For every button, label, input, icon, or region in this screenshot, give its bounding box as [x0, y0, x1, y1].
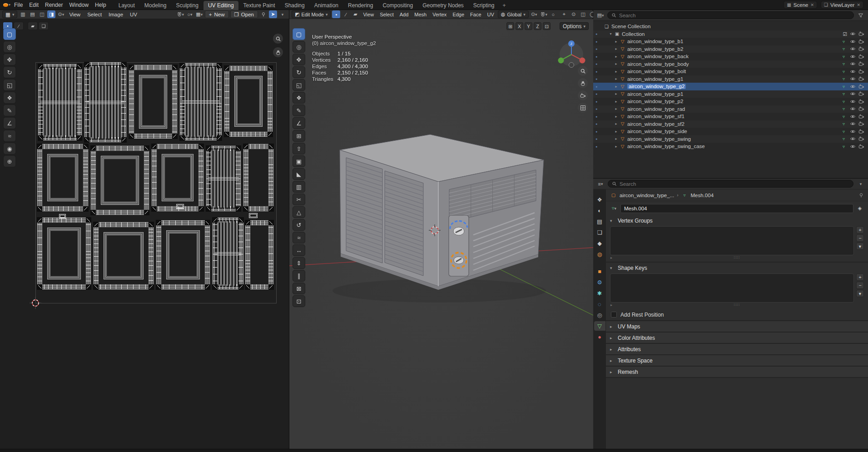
aircon_window_type_g1[interactable]: ● ▸ ▽ aircon_window_type_g1 ▿ — [593, 75, 868, 83]
cursor-tool[interactable]: ◎ — [3, 41, 16, 53]
workspace-tab[interactable]: Animation — [310, 1, 343, 10]
object-name[interactable]: aircon_window_type_bolt — [627, 69, 686, 74]
menubar-item[interactable]: Window — [66, 0, 92, 10]
tab-render[interactable]: ◐ — [594, 206, 605, 215]
collapsed-panel-header[interactable]: ▸ Texture Space — [606, 355, 868, 366]
relax-tool[interactable]: ≈ — [3, 130, 16, 142]
channel-color-icon[interactable]: ▥ — [19, 10, 27, 18]
zoom-icon[interactable] — [273, 34, 283, 44]
xray-toggle-icon[interactable]: ◫ — [579, 10, 587, 18]
new-image-button[interactable]: +New — [205, 10, 229, 18]
viewport-menu[interactable]: Add — [397, 10, 411, 19]
hide-eye-icon[interactable] — [850, 76, 856, 82]
render-camera-icon[interactable] — [858, 61, 864, 67]
viewport-menu[interactable]: Edge — [450, 10, 466, 19]
collapsed-panel-header[interactable]: ▸ Attributes — [606, 344, 868, 354]
channel-z-icon[interactable]: ◨ — [47, 10, 55, 18]
face-select-mode[interactable]: ▰ — [351, 10, 359, 18]
gizmo-x-axis[interactable] — [580, 58, 585, 64]
vertex-group-specials-icon[interactable]: ▾ — [856, 243, 864, 250]
hide-eye-icon[interactable] — [850, 144, 856, 149]
blender-logo-icon[interactable]: ▾ — [3, 1, 11, 9]
search-input[interactable] — [620, 181, 849, 187]
disclosure-icon[interactable]: ▸ — [613, 77, 619, 81]
viewlayer-selector[interactable]: ❏ ViewLayer ✕ — [821, 1, 863, 9]
object-name[interactable]: aircon_window_type_rad — [627, 106, 685, 112]
tab-object-data[interactable]: ▽ — [594, 321, 605, 331]
hide-eye-icon[interactable] — [850, 114, 856, 119]
hide-eye-icon[interactable] — [850, 129, 856, 134]
object-name[interactable]: aircon_window_type_b1 — [627, 39, 683, 44]
hide-eye-icon[interactable] — [850, 99, 856, 104]
pin-icon[interactable] — [858, 193, 864, 198]
pivot-point-icon[interactable]: ⊙▾ — [530, 10, 538, 18]
hide-eye-icon[interactable] — [850, 106, 856, 112]
remove-vertex-group-button[interactable]: − — [856, 234, 864, 242]
panel-drag-handle[interactable]: ∷∷ — [734, 303, 740, 307]
workspace-tab[interactable]: UV Editing — [203, 1, 238, 10]
add-vertex-group-button[interactable]: + — [856, 226, 864, 233]
render-camera-icon[interactable] — [858, 84, 864, 89]
viewport-menu[interactable]: Select — [377, 10, 396, 19]
breadcrumb-data[interactable]: Mesh.004 — [691, 193, 714, 198]
unlink-viewlayer-icon[interactable]: ✕ — [857, 3, 860, 7]
shear-tool[interactable]: ∥ — [293, 270, 305, 282]
menubar-item[interactable]: Help — [92, 0, 109, 10]
extrude-tool[interactable]: ⇧ — [293, 143, 305, 154]
pan-icon[interactable] — [578, 78, 588, 88]
aircon_window_type_body[interactable]: ● ▸ ▽ aircon_window_type_body ▿ — [593, 60, 868, 68]
disclosure-icon[interactable]: ▸ — [613, 144, 619, 149]
aircon_window_type_rad[interactable]: ● ▸ ▽ aircon_window_type_rad ▿ — [593, 105, 868, 113]
object-name[interactable]: aircon_window_type_sf2 — [627, 121, 684, 127]
channel-color-alpha-icon[interactable]: ▤ — [28, 10, 36, 18]
rotate-tool[interactable]: ↻ — [3, 66, 16, 78]
hide-eye-icon[interactable] — [850, 39, 856, 45]
object-name[interactable]: aircon_window_type_swing_case — [627, 144, 705, 149]
box-select-tool[interactable]: ▢ — [293, 28, 305, 40]
render-camera-icon[interactable] — [858, 69, 864, 75]
tool-settings-dropdown-icon[interactable]: ▾ — [278, 10, 287, 18]
edge-select-mode[interactable]: ∕ — [342, 10, 350, 18]
tab-object[interactable]: ■ — [594, 267, 605, 276]
editor-type-selector[interactable]: ≡▾ — [596, 180, 605, 188]
disclosure-icon[interactable]: ▸ — [613, 99, 619, 104]
menubar-item[interactable]: File — [11, 0, 26, 10]
rip-edge-tool[interactable]: ⊡ — [293, 295, 305, 307]
workspace-tab[interactable]: Modeling — [140, 1, 171, 10]
camera-view-icon[interactable] — [578, 90, 588, 100]
aircon_window_type_swing[interactable]: ● ▸ ▽ aircon_window_type_swing ▿ — [593, 135, 868, 143]
collection-row[interactable]: ● ▾ ▣ Collection ☑ — [593, 30, 868, 38]
menubar-item[interactable]: Edit — [26, 0, 42, 10]
aircon_window_type_b2[interactable]: ● ▸ ▽ aircon_window_type_b2 ▿ — [593, 45, 868, 53]
aircon_window_type_side[interactable]: ● ▸ ▽ aircon_window_type_side ▿ — [593, 128, 868, 135]
tab-constraints[interactable]: ◎ — [594, 310, 605, 320]
bevel-tool[interactable]: ◣ — [293, 168, 305, 180]
spin-tool[interactable]: ↺ — [293, 219, 305, 231]
search-input[interactable] — [619, 13, 850, 18]
browse-image-icon[interactable]: ▦▾ — [195, 10, 203, 18]
tab-physics[interactable]: ◌ — [594, 299, 605, 309]
hide-eye-icon[interactable] — [850, 31, 856, 37]
uv-select-island[interactable]: ❏ — [39, 22, 49, 30]
render-camera-icon[interactable] — [858, 114, 864, 119]
mirror-options-icon[interactable]: ⊞ — [506, 22, 514, 30]
poly-build-tool[interactable]: △ — [293, 206, 305, 218]
workspace-tab[interactable]: Rendering — [343, 1, 377, 10]
vertex-groups-list[interactable] — [610, 226, 854, 255]
render-camera-icon[interactable] — [858, 129, 864, 134]
disclosure-icon[interactable]: ▸ — [613, 92, 619, 96]
render-camera-icon[interactable] — [858, 106, 864, 112]
collapse-icon[interactable]: ▾ — [857, 180, 865, 188]
annotate-tool[interactable]: ✎ — [3, 104, 16, 116]
add-rest-position-checkbox[interactable] — [611, 312, 617, 318]
aircon_window_type_swing_case[interactable]: ● ▸ ▽ aircon_window_type_swing_case ▿ — [593, 143, 868, 150]
measure-tool[interactable]: ∠ — [3, 117, 16, 129]
object-name[interactable]: aircon_window_type_g1 — [627, 76, 683, 82]
collection-checkbox[interactable]: ☑ — [843, 31, 847, 37]
tab-view-layer[interactable]: ❏ — [594, 228, 605, 237]
disclosure-icon[interactable]: ▸ — [613, 114, 619, 119]
viewport-menu[interactable]: Vertex — [430, 10, 449, 19]
vertex-groups-header[interactable]: ▾ Vertex Groups — [606, 215, 868, 226]
aircon-model[interactable] — [340, 134, 544, 290]
box-select-tool[interactable]: ▢ — [3, 28, 16, 40]
